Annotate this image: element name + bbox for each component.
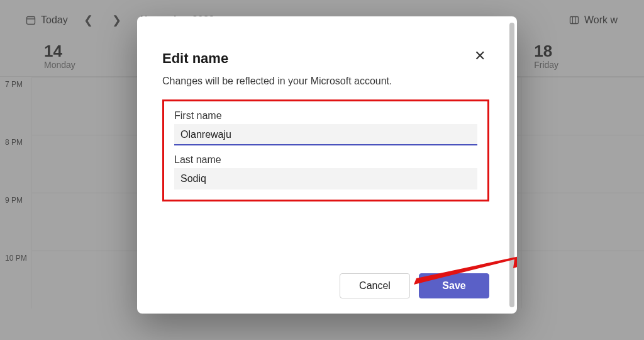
last-name-label: Last name [174, 154, 477, 166]
close-icon: ✕ [474, 48, 486, 64]
annotation-highlight: First name Last name [162, 99, 489, 201]
first-name-label: First name [174, 110, 477, 122]
cancel-button[interactable]: Cancel [340, 273, 410, 298]
dialog-actions: Cancel Save [340, 273, 489, 298]
close-button[interactable]: ✕ [470, 47, 489, 65]
first-name-input[interactable] [174, 124, 477, 145]
edit-name-dialog: Edit name ✕ Changes will be reflected in… [137, 16, 517, 314]
dialog-title: Edit name [162, 50, 489, 67]
last-name-input[interactable] [174, 168, 477, 190]
save-button[interactable]: Save [419, 273, 489, 298]
dialog-description: Changes will be reflected in your Micros… [162, 76, 489, 87]
